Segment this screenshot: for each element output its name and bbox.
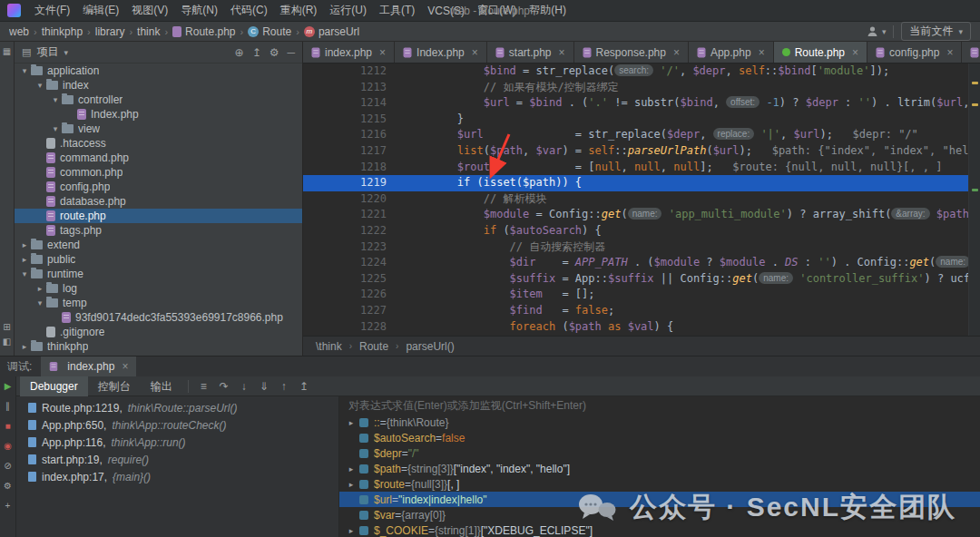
menu-item[interactable]: 编辑(E) [76, 3, 125, 18]
tree-item-Index.php[interactable]: Index.php [15, 107, 302, 122]
code-line-1213[interactable]: 1213 // 如果有模块/控制器绑定 [303, 80, 980, 96]
pin-icon[interactable]: + [5, 501, 11, 512]
code-line-1217[interactable]: 1217 list($path, $var) = self::parseUrlP… [303, 143, 980, 160]
tree-item-application[interactable]: ▾application [15, 63, 302, 78]
breadcrumb-item-library[interactable]: library [95, 25, 125, 38]
tree-item-.gitignore[interactable]: .gitignore [15, 325, 302, 339]
code-line-1216[interactable]: 1216 $url = str_replace($depr, replace: … [303, 127, 980, 143]
menu-item[interactable]: 代码(C) [224, 3, 274, 18]
debug-tab-控制台[interactable]: 控制台 [88, 376, 141, 396]
code-line-1218[interactable]: 1218 $route = [null, null, null]; $route… [303, 160, 980, 176]
close-icon[interactable]: × [852, 46, 858, 59]
tab-route.php[interactable]: route.php× [962, 42, 980, 63]
code-line-1228[interactable]: 1228 foreach ($path as $val) { [303, 319, 980, 336]
close-icon[interactable]: × [559, 46, 565, 59]
frame-row[interactable]: Route.php:1219,think\Route::parseUrl() [16, 399, 338, 416]
code-line-1214[interactable]: 1214 $url = $bind . ('.' != substr($bind… [303, 95, 980, 112]
tree-item-view[interactable]: ▾view [15, 122, 302, 136]
variable-row-$path[interactable]: ▸$path = {string[3]} ["index", "index", … [339, 461, 980, 476]
chevron-right-icon[interactable]: ▸ [18, 342, 31, 351]
breadcrumb-item-thinkphp[interactable]: thinkphp [42, 25, 83, 38]
show-execution-point-icon[interactable]: ≡ [194, 380, 213, 393]
tree-item-temp[interactable]: ▾temp [15, 296, 302, 310]
collapse-all-icon[interactable]: ↥ [252, 46, 261, 59]
tree-item-controller[interactable]: ▾controller [15, 93, 302, 107]
breadcrumb-item-parseUrl[interactable]: parseUrl [304, 25, 359, 38]
close-icon[interactable]: × [673, 46, 680, 59]
chevron-right-icon[interactable]: ▸ [18, 240, 31, 249]
project-tool-window-icon[interactable]: ▦ [3, 46, 11, 61]
resume-icon[interactable]: ▶ [5, 381, 12, 392]
chevron-right-icon[interactable]: ▸ [345, 418, 358, 427]
stop-icon[interactable]: ■ [5, 421, 10, 432]
code-editor[interactable]: 1212 $bind = str_replace(search: '/', $d… [303, 63, 980, 336]
chevron-down-icon[interactable]: ▾ [18, 66, 31, 75]
close-icon[interactable]: × [472, 46, 478, 59]
breadcrumb-item-Route[interactable]: Route [248, 25, 291, 38]
tab-config.php[interactable]: config.php× [867, 42, 962, 63]
variable-row-$route[interactable]: ▸$route = {null[3]} [, ] [339, 476, 980, 492]
debug-tab-Debugger[interactable]: Debugger [20, 376, 88, 396]
menu-item[interactable]: 重构(R) [274, 3, 324, 18]
tree-item-route.php[interactable]: route.php [15, 209, 302, 223]
tree-item-thinkphp[interactable]: ▸thinkphp [15, 339, 302, 354]
tree-item-config.php[interactable]: config.php [15, 180, 302, 194]
tree-item-extend[interactable]: ▸extend [15, 238, 302, 252]
code-line-1224[interactable]: 1224 $dir = APP_PATH . ($module ? $modul… [303, 255, 980, 271]
chevron-right-icon[interactable]: ▸ [345, 464, 358, 474]
close-icon[interactable]: × [379, 46, 386, 59]
chevron-down-icon[interactable]: ▾ [64, 48, 68, 57]
tree-item-common.php[interactable]: common.php [15, 165, 302, 180]
debug-settings-icon[interactable]: ⚙ [4, 481, 12, 492]
structure-tool-icon[interactable]: ◧ [3, 337, 11, 351]
run-configuration-button[interactable]: ▾ [867, 25, 887, 37]
step-into-icon[interactable]: ↓ [235, 380, 253, 393]
code-line-1226[interactable]: 1226 $item = []; [303, 287, 980, 303]
tab-Response.php[interactable]: Response.php× [574, 42, 689, 63]
tree-item-tags.php[interactable]: tags.php [15, 223, 302, 238]
code-line-1212[interactable]: 1212 $bind = str_replace(search: '/', $d… [303, 63, 980, 80]
tree-item-command.php[interactable]: command.php [15, 151, 302, 165]
chevron-down-icon[interactable]: ▾ [49, 124, 62, 133]
tab-Index.php[interactable]: Index.php× [395, 42, 487, 63]
favorites-tool-icon[interactable]: ⊞ [3, 322, 10, 337]
chevron-right-icon[interactable]: ▸ [18, 255, 31, 264]
code-line-1221[interactable]: 1221 $module = Config::get(name: 'app_mu… [303, 207, 980, 223]
tree-item-index[interactable]: ▾index [15, 78, 302, 93]
breadcrumb-item-Route.php[interactable]: Route.php [172, 25, 235, 38]
tab-Route.php[interactable]: Route.php× [774, 42, 867, 63]
chevron-down-icon[interactable]: ▾ [34, 298, 46, 308]
tree-item-database.php[interactable]: database.php [15, 194, 302, 209]
pause-icon[interactable]: ∥ [5, 401, 10, 412]
tab-App.php[interactable]: App.php× [689, 42, 774, 63]
menu-item[interactable]: 视图(V) [125, 3, 174, 18]
chevron-down-icon[interactable]: ▾ [34, 81, 46, 90]
editor-breadcrumb-item[interactable]: parseUrl() [406, 340, 454, 353]
mute-breakpoints-icon[interactable]: ⊘ [4, 461, 11, 472]
code-line-1225[interactable]: 1225 $suffix = App::$suffix || Config::g… [303, 271, 980, 288]
menu-item[interactable]: 工具(T) [373, 3, 421, 18]
frame-row[interactable]: App.php:650,think\App::routeCheck() [16, 416, 338, 434]
variable-row-::[interactable]: ▸:: = {think\Route} [339, 415, 980, 430]
settings-icon[interactable]: ⚙ [270, 46, 279, 59]
code-line-1227[interactable]: 1227 $find = false; [303, 303, 980, 319]
editor-breadcrumb-item[interactable]: Route [359, 340, 388, 353]
frame-row[interactable]: App.php:116,think\App::run() [16, 434, 338, 451]
tree-item-runtime[interactable]: ▾runtime [15, 267, 302, 281]
menu-item[interactable]: 运行(U) [323, 3, 373, 18]
tree-item-public[interactable]: ▸public [15, 252, 302, 267]
view-breakpoints-icon[interactable]: ◉ [4, 441, 12, 452]
force-step-into-icon[interactable]: ⇓ [253, 380, 275, 393]
close-icon[interactable]: × [122, 360, 128, 373]
chevron-down-icon[interactable]: ▾ [18, 269, 31, 278]
editor-breadcrumb-item[interactable]: \think [316, 340, 342, 353]
code-line-1222[interactable]: 1222 if ($autoSearch) { [303, 223, 980, 239]
breadcrumb-item-think[interactable]: think [137, 25, 160, 38]
hide-icon[interactable]: ─ [287, 46, 295, 59]
debug-session-tab[interactable]: index.php × [41, 356, 136, 376]
current-file-combo[interactable]: 当前文件 ▾ [901, 22, 971, 41]
evaluate-expression-input[interactable]: 对表达式求值(Enter)或添加监视(Ctrl+Shift+Enter) [339, 396, 980, 415]
run-to-cursor-icon[interactable]: ↥ [293, 380, 315, 393]
step-over-icon[interactable]: ↷ [213, 380, 235, 393]
code-line-1215[interactable]: 1215 } [303, 112, 980, 128]
